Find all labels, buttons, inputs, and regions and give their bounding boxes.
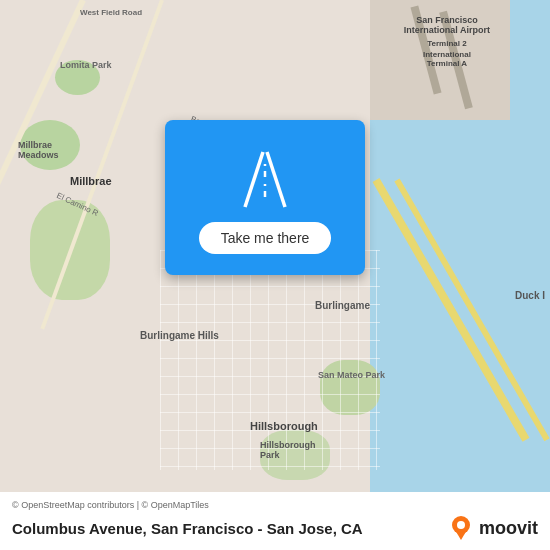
svg-point-6 [457, 521, 465, 529]
lomita-park-label: Lomita Park [60, 60, 112, 70]
destination-row: Columbus Avenue, San Francisco - San Jos… [12, 514, 538, 542]
take-me-there-button[interactable]: Take me there [199, 222, 332, 254]
street-grid [160, 250, 380, 470]
burlingame-hills-label: Burlingame Hills [140, 330, 219, 341]
destination-text: Columbus Avenue, San Francisco - San Jos… [12, 520, 363, 537]
hillsborough-park-label: HillsboroughPark [260, 440, 316, 460]
duck-label: Duck I [515, 290, 545, 301]
millbrae-label: Millbrae [70, 175, 112, 187]
westfield-label: West Field Road [80, 8, 142, 17]
hillsborough-label: Hillsborough [250, 420, 318, 432]
bottom-bar: © OpenStreetMap contributors | © OpenMap… [0, 492, 550, 550]
card-overlay: Take me there [165, 120, 365, 275]
moovit-text: moovit [479, 518, 538, 539]
svg-line-0 [245, 152, 263, 207]
map-background: West Field Road Lomita Park San Francisc… [0, 0, 550, 550]
svg-line-1 [267, 152, 285, 207]
airport-label: San Francisco International Airport Term… [404, 15, 490, 68]
svg-marker-5 [455, 530, 467, 540]
map-attribution: © OpenStreetMap contributors | © OpenMap… [12, 500, 538, 510]
san-mateo-park-label: San Mateo Park [318, 370, 385, 380]
burlingame-label: Burlingame [315, 300, 370, 311]
moovit-icon [447, 514, 475, 542]
terminalA-label: InternationalTerminal A [404, 50, 490, 68]
road-icon [235, 142, 295, 212]
terminal2-label: Terminal 2 [404, 39, 490, 48]
airport-name: San Francisco International Airport [404, 15, 490, 35]
moovit-logo: moovit [447, 514, 538, 542]
millbrae-meadows-label: Millbrae Meadows [18, 140, 59, 160]
map-container: West Field Road Lomita Park San Francisc… [0, 0, 550, 550]
